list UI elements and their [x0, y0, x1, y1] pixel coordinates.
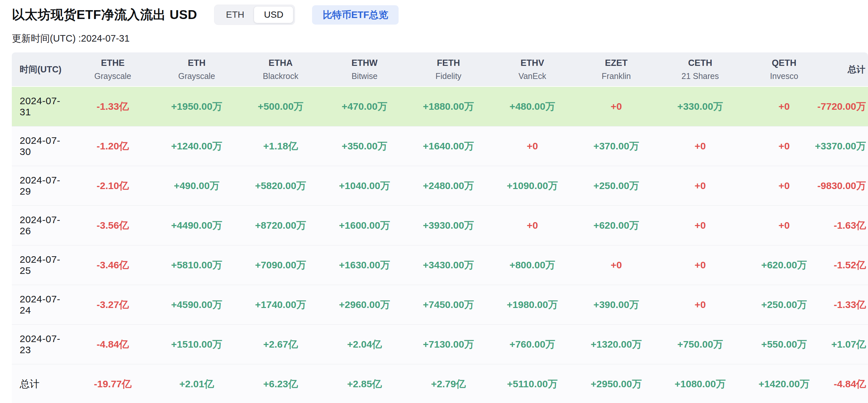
toggle-option-usd[interactable]: USD	[254, 6, 293, 23]
cell-value: +250.00万	[574, 166, 658, 206]
fund-issuer: Blackrock	[239, 72, 322, 80]
col-header-fund-ethe: ETHEGrayscale	[71, 53, 155, 87]
cell-value: +5110.00万	[490, 364, 574, 403]
cell-value: +1980.00万	[490, 285, 574, 325]
cell-value: +2950.00万	[574, 364, 658, 403]
fund-issuer: Invesco	[742, 72, 826, 80]
cell-value: +0	[658, 166, 742, 206]
table-head: 时间(UTC)ETHEGrayscaleETHGrayscaleETHABlac…	[12, 53, 868, 87]
cell-value: +1950.00万	[155, 87, 239, 127]
table-row: 2024-07-24-3.27亿+4590.00万+1740.00万+2960.…	[12, 285, 868, 325]
cell-value: +7090.00万	[239, 245, 322, 285]
cell-value: +0	[574, 87, 658, 127]
row-date: 2024-07-26	[12, 206, 71, 245]
cell-value: -19.77亿	[71, 364, 155, 403]
row-date: 2024-07-30	[12, 127, 71, 166]
cell-value: +4490.00万	[155, 206, 239, 245]
cell-value: +2960.00万	[322, 285, 406, 325]
table-row: 2024-07-23-4.84亿+1510.00万+2.67亿+2.04亿+71…	[12, 325, 868, 364]
cell-value: +7450.00万	[406, 285, 490, 325]
cell-value: +470.00万	[322, 87, 406, 127]
cell-value: -3.27亿	[71, 285, 155, 325]
row-total-value: -1.63亿	[826, 206, 868, 245]
cell-value: +1090.00万	[490, 166, 574, 206]
cell-value: +0	[658, 245, 742, 285]
topbar: 以太坊现货ETF净流入流出 USD ETH USD 比特币ETF总览	[12, 5, 868, 25]
eth-etf-flow-page: 以太坊现货ETF净流入流出 USD ETH USD 比特币ETF总览 更新时间(…	[0, 0, 868, 403]
fund-issuer: Grayscale	[71, 72, 155, 80]
cell-value: +800.00万	[490, 245, 574, 285]
fund-ticker: QETH	[742, 59, 826, 67]
row-total-value: +3370.00万	[826, 127, 868, 166]
cell-value: +3430.00万	[406, 245, 490, 285]
row-total-value: -7720.00万	[826, 87, 868, 127]
cell-value: +2.04亿	[322, 325, 406, 364]
cell-value: +2.67亿	[239, 325, 322, 364]
fund-ticker: FETH	[406, 59, 490, 67]
row-total-value: -9830.00万	[826, 166, 868, 206]
cell-value: +3930.00万	[406, 206, 490, 245]
fund-issuer: 21 Shares	[658, 72, 742, 80]
fund-ticker: ETHV	[490, 59, 574, 67]
fund-ticker: ETHA	[239, 59, 322, 67]
cell-value: +370.00万	[574, 127, 658, 166]
cell-value: +620.00万	[574, 206, 658, 245]
cell-value: +2.85亿	[322, 364, 406, 403]
cell-value: -3.46亿	[71, 245, 155, 285]
cell-value: -4.84亿	[71, 325, 155, 364]
fund-issuer: Franklin	[574, 72, 658, 80]
cell-value: +0	[742, 206, 826, 245]
cell-value: +0	[742, 166, 826, 206]
cell-value: +4590.00万	[155, 285, 239, 325]
cell-value: +1630.00万	[322, 245, 406, 285]
cell-value: +0	[742, 127, 826, 166]
btc-etf-overview-button[interactable]: 比特币ETF总览	[312, 5, 399, 25]
table-row: 2024-07-30-1.20亿+1240.00万+1.18亿+350.00万+…	[12, 127, 868, 166]
cell-value: +5820.00万	[239, 166, 322, 206]
toggle-option-eth[interactable]: ETH	[216, 6, 254, 23]
col-header-fund-eth: ETHGrayscale	[155, 53, 239, 87]
cell-value: +620.00万	[742, 245, 826, 285]
fund-ticker: ETHE	[71, 59, 155, 67]
cell-value: +0	[658, 206, 742, 245]
total-row: 总计-19.77亿+2.01亿+6.23亿+2.85亿+2.79亿+5110.0…	[12, 364, 868, 403]
cell-value: +1600.00万	[322, 206, 406, 245]
cell-value: +2480.00万	[406, 166, 490, 206]
cell-value: +8720.00万	[239, 206, 322, 245]
cell-value: +1510.00万	[155, 325, 239, 364]
cell-value: +1740.00万	[239, 285, 322, 325]
cell-value: +6.23亿	[239, 364, 322, 403]
row-date: 2024-07-29	[12, 166, 71, 206]
cell-value: -1.20亿	[71, 127, 155, 166]
cell-value: -3.56亿	[71, 206, 155, 245]
page-title: 以太坊现货ETF净流入流出 USD	[12, 6, 197, 24]
cell-value: +0	[490, 127, 574, 166]
cell-value: +0	[658, 127, 742, 166]
col-header-fund-ceth: CETH21 Shares	[658, 53, 742, 87]
row-date: 2024-07-31	[12, 87, 71, 127]
row-total-value: -1.52亿	[826, 245, 868, 285]
cell-value: +250.00万	[742, 285, 826, 325]
row-date: 2024-07-24	[12, 285, 71, 325]
cell-value: +490.00万	[155, 166, 239, 206]
row-total-value: -4.84亿	[826, 364, 868, 403]
cell-value: +1880.00万	[406, 87, 490, 127]
cell-value: +330.00万	[658, 87, 742, 127]
cell-value: +7130.00万	[406, 325, 490, 364]
fund-issuer: Bitwise	[322, 72, 406, 80]
cell-value: +2.79亿	[406, 364, 490, 403]
cell-value: +760.00万	[490, 325, 574, 364]
col-header-fund-feth: FETHFidelity	[406, 53, 490, 87]
col-header-time: 时间(UTC)	[12, 53, 71, 87]
cell-value: +1040.00万	[322, 166, 406, 206]
table-row: 2024-07-29-2.10亿+490.00万+5820.00万+1040.0…	[12, 166, 868, 206]
fund-ticker: ETH	[155, 59, 239, 67]
cell-value: +550.00万	[742, 325, 826, 364]
cell-value: +5810.00万	[155, 245, 239, 285]
col-header-fund-qeth: QETHInvesco	[742, 53, 826, 87]
table-header-row: 时间(UTC)ETHEGrayscaleETHGrayscaleETHABlac…	[12, 53, 868, 87]
col-header-fund-ethw: ETHWBitwise	[322, 53, 406, 87]
fund-ticker: CETH	[658, 59, 742, 67]
total-row-label: 总计	[12, 364, 71, 403]
fund-issuer: Fidelity	[406, 72, 490, 80]
